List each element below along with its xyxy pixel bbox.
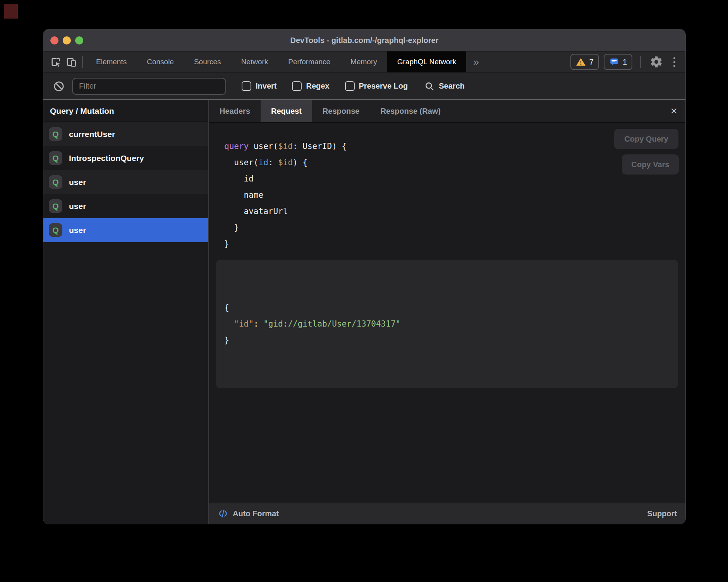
network-filter-toolbar: Invert Regex Preserve Log Search xyxy=(43,72,685,100)
auto-format-label: Auto Format xyxy=(233,509,279,518)
detail-tabs: HeadersRequestResponseResponse (Raw) xyxy=(209,100,451,122)
code-token: "id" xyxy=(234,319,254,329)
request-list: QcurrentUserQIntrospectionQueryQuserQuse… xyxy=(43,122,208,524)
search-label: Search xyxy=(439,82,465,91)
code-token: $id xyxy=(278,158,293,167)
query-type-badge: Q xyxy=(49,151,62,165)
code-brackets-icon xyxy=(218,508,228,519)
request-item-label: user xyxy=(69,202,86,211)
request-item-introspectionquery[interactable]: QIntrospectionQuery xyxy=(43,146,208,170)
settings-gear-icon[interactable] xyxy=(649,54,664,70)
request-item-user[interactable]: Quser xyxy=(43,194,208,218)
query-variables-code: { "id": "gid://gitlab/User/13704317"} xyxy=(224,300,678,348)
tab-graphql-network[interactable]: GraphQL Network xyxy=(387,51,466,72)
query-type-badge: Q xyxy=(49,199,62,213)
invert-checkbox[interactable]: Invert xyxy=(242,81,276,91)
window-minimize-button[interactable] xyxy=(63,36,71,45)
panel-footer: Auto Format Support xyxy=(209,503,685,524)
close-panel-icon[interactable]: ✕ xyxy=(670,100,678,122)
code-token: query xyxy=(224,142,249,151)
checkbox-box[interactable] xyxy=(292,81,302,91)
code-line: avatarUrl xyxy=(224,203,685,219)
warnings-count: 7 xyxy=(589,58,594,67)
tab-network[interactable]: Network xyxy=(231,51,278,72)
code-token: "gid://gitlab/User/13704317" xyxy=(263,319,400,329)
detail-tab-response[interactable]: Response xyxy=(312,100,370,122)
devtools-tab-strip: ElementsConsoleSourcesNetworkPerformance… xyxy=(86,51,466,72)
query-type-badge: Q xyxy=(49,223,62,237)
window-close-button[interactable] xyxy=(50,36,58,45)
devtools-tab-bar: ElementsConsoleSourcesNetworkPerformance… xyxy=(43,51,685,72)
code-token: id xyxy=(259,158,268,167)
request-item-user[interactable]: Quser xyxy=(43,218,208,242)
graphql-query-code: query user($id: UserID) { user(id: $id) … xyxy=(224,138,685,252)
code-token: avatarUrl xyxy=(224,207,288,216)
main-area: Query / Mutation QcurrentUserQIntrospect… xyxy=(43,100,685,524)
code-token: : UserID) { xyxy=(293,142,347,151)
tab-console[interactable]: Console xyxy=(137,51,184,72)
issues-badge[interactable]: 1 xyxy=(604,54,632,70)
code-token: } xyxy=(224,336,229,345)
warnings-badge[interactable]: 7 xyxy=(570,54,599,70)
code-token: name xyxy=(224,190,263,200)
request-item-currentuser[interactable]: QcurrentUser xyxy=(43,122,208,146)
code-token: user( xyxy=(224,158,259,167)
checkbox-box[interactable] xyxy=(345,81,355,91)
more-tabs-button[interactable]: » xyxy=(466,56,486,68)
search-icon xyxy=(424,81,435,92)
message-bubble-icon xyxy=(609,57,619,67)
detail-tab-response-raw[interactable]: Response (Raw) xyxy=(370,100,451,122)
query-type-badge: Q xyxy=(49,175,62,189)
copy-vars-button[interactable]: Copy Vars xyxy=(622,154,679,175)
request-item-user[interactable]: Quser xyxy=(43,170,208,194)
code-token: : xyxy=(254,319,263,329)
checkbox-box[interactable] xyxy=(242,81,251,91)
kebab-menu-icon[interactable] xyxy=(669,55,680,69)
code-line: user(id: $id) { xyxy=(224,154,685,171)
request-item-label: user xyxy=(69,226,86,235)
tab-sources[interactable]: Sources xyxy=(184,51,231,72)
detail-tab-strip: HeadersRequestResponseResponse (Raw) ✕ xyxy=(209,100,685,123)
clear-requests-icon[interactable] xyxy=(51,79,67,94)
request-item-label: IntrospectionQuery xyxy=(69,154,144,163)
cluster-divider xyxy=(640,56,641,68)
filter-input[interactable] xyxy=(72,78,226,95)
traffic-lights xyxy=(50,29,83,51)
warning-triangle-icon xyxy=(576,57,586,67)
detail-tab-request[interactable]: Request xyxy=(261,100,312,122)
window-zoom-button[interactable] xyxy=(75,36,83,45)
inspect-element-icon[interactable] xyxy=(48,54,64,70)
code-line: } xyxy=(224,332,678,348)
toolbar-divider xyxy=(82,56,83,68)
issues-count: 1 xyxy=(623,58,627,67)
invert-label: Invert xyxy=(256,82,276,91)
sidebar-header: Query / Mutation xyxy=(43,100,208,122)
code-token: } xyxy=(224,223,239,232)
tab-elements[interactable]: Elements xyxy=(86,51,137,72)
preserve-log-checkbox[interactable]: Preserve Log xyxy=(345,81,408,91)
device-toolbar-icon[interactable] xyxy=(64,54,79,70)
code-token: } xyxy=(224,239,229,248)
devtools-window: DevTools - gitlab.com/-/graphql-explorer… xyxy=(43,29,685,524)
code-line: } xyxy=(224,219,685,236)
preserve-log-label: Preserve Log xyxy=(359,82,408,91)
auto-format-button[interactable]: Auto Format xyxy=(218,508,279,519)
request-detail-panel: HeadersRequestResponseResponse (Raw) ✕ C… xyxy=(209,100,685,524)
code-token: $id xyxy=(278,142,293,151)
support-link[interactable]: Support xyxy=(647,509,677,518)
code-line: id xyxy=(224,171,685,187)
query-variables-box: { "id": "gid://gitlab/User/13704317"} xyxy=(216,260,678,388)
code-token: user( xyxy=(249,142,278,151)
search-control[interactable]: Search xyxy=(424,81,465,92)
tab-performance[interactable]: Performance xyxy=(278,51,340,72)
code-token: id xyxy=(224,174,254,183)
request-item-label: currentUser xyxy=(69,130,115,139)
copy-query-button[interactable]: Copy Query xyxy=(614,129,678,149)
detail-tab-headers[interactable]: Headers xyxy=(209,100,261,122)
regex-checkbox[interactable]: Regex xyxy=(292,81,329,91)
tab-memory[interactable]: Memory xyxy=(340,51,387,72)
code-line: } xyxy=(224,236,685,252)
code-line: { xyxy=(224,300,678,316)
screen-corner-artifact xyxy=(4,4,18,19)
code-line: "id": "gid://gitlab/User/13704317" xyxy=(224,316,678,332)
